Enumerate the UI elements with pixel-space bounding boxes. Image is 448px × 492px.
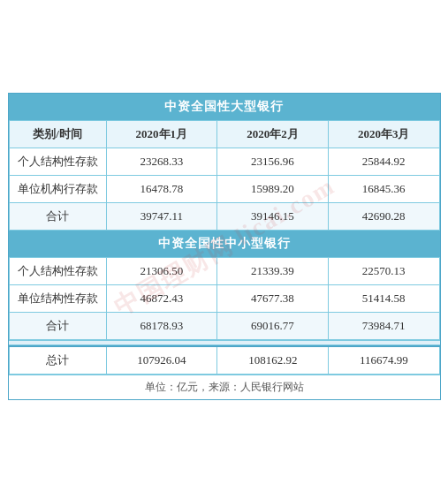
row2-label: 单位机构行存款 (9, 175, 106, 202)
header-feb: 2020年2月 (217, 120, 329, 148)
row2-mar: 16845.36 (328, 175, 439, 202)
grand-total-table: 总计 107926.04 108162.92 116674.99 (9, 345, 440, 375)
header-category: 类别/时间 (9, 120, 106, 148)
header-jan: 2020年1月 (106, 120, 217, 148)
table-row: 单位机构行存款 16478.78 15989.20 16845.36 (9, 175, 439, 202)
subtotal2-jan: 68178.93 (106, 312, 217, 339)
row2-feb: 15989.20 (217, 175, 329, 202)
subtotal1-feb: 39146.15 (217, 202, 329, 230)
grand-total-feb: 108162.92 (217, 346, 329, 375)
subtotal-row1: 合计 39747.11 39146.15 42690.28 (9, 202, 439, 230)
main-container: 中国理财网 licai.com 中资全国性大型银行 类别/时间 2020年1月 … (8, 93, 441, 400)
column-headers: 类别/时间 2020年1月 2020年2月 2020年3月 (9, 120, 439, 148)
subtotal2-mar: 73984.71 (328, 312, 439, 339)
header-mar: 2020年3月 (328, 120, 439, 148)
table1: 类别/时间 2020年1月 2020年2月 2020年3月 个人结构性存款 23… (9, 120, 440, 231)
row3-label: 个人结构性存款 (9, 257, 106, 284)
table-row: 个人结构性存款 21306.50 21339.39 22570.13 (9, 257, 439, 284)
grand-total-row: 总计 107926.04 108162.92 116674.99 (9, 346, 439, 375)
grand-total-jan: 107926.04 (106, 346, 217, 375)
row4-mar: 51414.58 (328, 284, 439, 312)
row1-mar: 25844.92 (328, 148, 439, 175)
row1-feb: 23156.96 (217, 148, 329, 175)
subtotal1-label: 合计 (9, 202, 106, 230)
subtotal1-mar: 42690.28 (328, 202, 439, 230)
subtotal2-label: 合计 (9, 312, 106, 339)
table-row: 个人结构性存款 23268.33 23156.96 25844.92 (9, 148, 439, 175)
row2-jan: 16478.78 (106, 175, 217, 202)
table2: 个人结构性存款 21306.50 21339.39 22570.13 单位结构性… (9, 257, 440, 340)
row3-mar: 22570.13 (328, 257, 439, 284)
table-row: 单位结构性存款 46872.43 47677.38 51414.58 (9, 284, 439, 312)
subtotal2-feb: 69016.77 (217, 312, 329, 339)
footer: 单位：亿元，来源：人民银行网站 (9, 375, 440, 399)
row3-jan: 21306.50 (106, 257, 217, 284)
row3-feb: 21339.39 (217, 257, 329, 284)
row1-jan: 23268.33 (106, 148, 217, 175)
subtotal-row2: 合计 68178.93 69016.77 73984.71 (9, 312, 439, 339)
row1-label: 个人结构性存款 (9, 148, 106, 175)
section2-header: 中资全国性中小型银行 (9, 231, 440, 257)
grand-total-mar: 116674.99 (329, 346, 439, 375)
section1-header: 中资全国性大型银行 (9, 94, 440, 120)
grand-total-label: 总计 (9, 346, 106, 375)
row4-feb: 47677.38 (217, 284, 329, 312)
row4-jan: 46872.43 (106, 284, 217, 312)
subtotal1-jan: 39747.11 (106, 202, 217, 230)
row4-label: 单位结构性存款 (9, 284, 106, 312)
